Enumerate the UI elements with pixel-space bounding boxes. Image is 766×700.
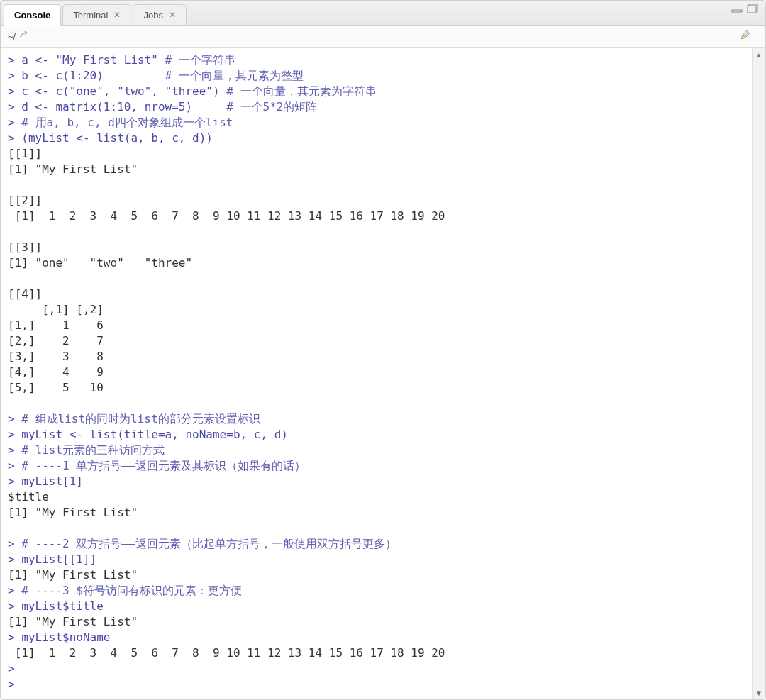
close-icon[interactable]: ✕ (113, 10, 121, 20)
tab-console-label: Console (14, 10, 50, 21)
svg-rect-2 (748, 6, 756, 13)
clear-console-icon[interactable] (740, 29, 755, 44)
console-toolbar: ~/ (1, 26, 765, 48)
working-directory-label: ~/ (8, 31, 16, 42)
console-body[interactable]: > a <- "My First List" # 一个字符串 > b <- c(… (1, 48, 752, 699)
maximize-pane-icon[interactable] (747, 4, 760, 13)
minimize-pane-icon[interactable] (731, 4, 744, 13)
console-scrollbar[interactable]: ▲ ▼ (752, 48, 765, 699)
tab-jobs-label: Jobs (143, 10, 162, 21)
tab-strip: Console Terminal ✕ Jobs ✕ (1, 1, 765, 26)
scroll-up-icon[interactable]: ▲ (753, 48, 765, 61)
tab-jobs[interactable]: Jobs ✕ (133, 4, 186, 25)
scroll-down-icon[interactable]: ▼ (753, 687, 765, 699)
tab-terminal[interactable]: Terminal ✕ (62, 4, 131, 25)
working-directory[interactable]: ~/ (8, 31, 30, 42)
console-output[interactable]: > a <- "My First List" # 一个字符串 > b <- c(… (8, 52, 745, 692)
console-body-wrap: > a <- "My First List" # 一个字符串 > b <- c(… (1, 48, 765, 699)
close-icon[interactable]: ✕ (169, 10, 176, 20)
tab-terminal-label: Terminal (73, 10, 108, 21)
svg-rect-0 (732, 10, 742, 12)
tab-console[interactable]: Console (4, 4, 61, 26)
console-pane: Console Terminal ✕ Jobs ✕ ~/ (0, 0, 766, 700)
pane-window-controls (731, 4, 760, 13)
wd-arrow-icon[interactable] (20, 31, 30, 42)
